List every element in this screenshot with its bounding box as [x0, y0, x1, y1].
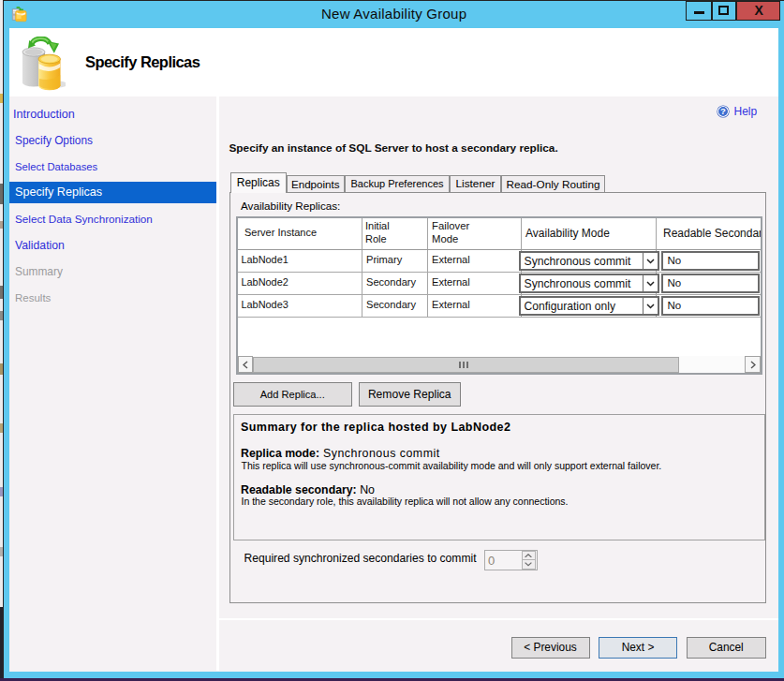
svg-text:?: ?: [720, 106, 726, 116]
